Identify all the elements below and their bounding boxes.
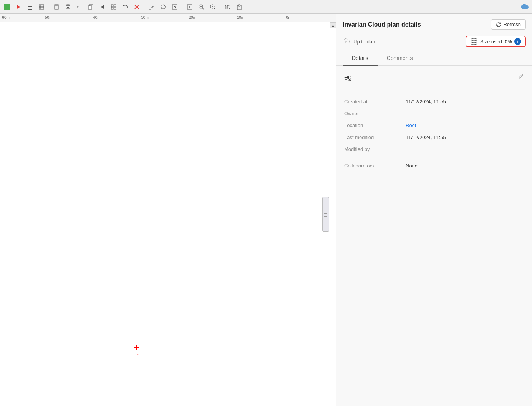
info-icon[interactable]: i: [514, 38, 521, 45]
panel-tabs: Details Comments: [336, 51, 532, 66]
table-icon[interactable]: [36, 2, 47, 12]
svg-point-52: [471, 38, 477, 41]
plan-name: eg: [344, 73, 352, 81]
tab-details[interactable]: Details: [343, 51, 378, 66]
cloud-sync-icon: [343, 38, 350, 45]
svg-rect-23: [114, 5, 116, 7]
svg-rect-3: [7, 7, 10, 10]
value-collaborators: None: [406, 163, 418, 169]
svg-marker-30: [161, 5, 166, 9]
cloud-top-icon[interactable]: [520, 2, 530, 12]
detail-row-created: Created at 11/12/2024, 11:55: [344, 96, 524, 108]
svg-marker-21: [101, 5, 104, 9]
label-location: Location: [344, 123, 398, 128]
svg-line-43: [214, 8, 215, 9]
canvas-area: -60m -50m -40m -30m -20m -10m -0m ▲: [0, 14, 336, 406]
detail-row-owner: Owner: [344, 108, 524, 119]
polygon-icon[interactable]: [158, 2, 169, 12]
svg-rect-49: [239, 5, 240, 6]
svg-rect-18: [67, 5, 69, 6]
ruler-label-20: -20m: [187, 15, 196, 20]
label-owner: Owner: [344, 111, 398, 116]
undo-icon[interactable]: [120, 2, 131, 12]
svg-rect-24: [111, 7, 113, 9]
sync-label: Up to date: [353, 39, 376, 45]
scroll-up-arrow[interactable]: ▲: [330, 22, 336, 28]
ruler-label-30: -30m: [140, 15, 149, 20]
svg-rect-0: [4, 4, 7, 7]
detail-row-last-modified: Last modified 11/12/2024, 11:55: [344, 131, 524, 143]
zoom-fit-icon[interactable]: [184, 2, 195, 12]
size-value: 0%: [505, 39, 512, 45]
svg-rect-9: [39, 5, 44, 9]
separator-2: [83, 3, 83, 11]
svg-rect-25: [114, 7, 116, 9]
plan-name-row: eg: [344, 73, 524, 81]
main-area: -60m -50m -40m -30m -20m -10m -0m ▲: [0, 14, 532, 406]
separator-5: [220, 3, 220, 11]
clipboard-icon[interactable]: [234, 2, 245, 12]
blue-vertical-line: [41, 22, 41, 406]
panel-status-bar: Up to date Size used: 0% i: [336, 33, 532, 51]
ruler-label-40: -40m: [92, 15, 101, 20]
canvas-content: + ↓: [0, 22, 336, 406]
separator-1: [49, 3, 49, 11]
svg-rect-22: [111, 5, 113, 7]
svg-rect-17: [67, 7, 69, 8]
list-icon[interactable]: [25, 2, 35, 12]
print-dropdown[interactable]: ▾: [74, 2, 81, 12]
svg-rect-2: [4, 7, 7, 10]
database-icon: [470, 38, 478, 45]
ruler: -60m -50m -40m -30m -20m -10m -0m: [0, 14, 336, 22]
separator-3: [144, 3, 144, 11]
cursor-plus: + ↓: [134, 342, 139, 356]
scissor-icon[interactable]: [222, 2, 233, 12]
sync-status: Up to date: [343, 38, 376, 45]
copy2-icon[interactable]: [85, 2, 96, 12]
size-used-badge: Size used: 0% i: [466, 36, 526, 47]
delete-icon[interactable]: [131, 2, 142, 12]
size-text: Size used:: [480, 39, 505, 45]
measure-icon[interactable]: [146, 2, 157, 12]
svg-marker-29: [149, 5, 154, 9]
svg-rect-5: [28, 5, 32, 5]
svg-rect-20: [88, 6, 92, 9]
label-modified-by: Modified by: [344, 146, 398, 152]
right-panel: Invarian Cloud plan details Refresh Up t…: [336, 14, 532, 406]
panel-header: Invarian Cloud plan details Refresh: [336, 14, 532, 33]
drag-handle[interactable]: [322, 197, 329, 232]
divider: [344, 89, 524, 89]
value-location: Root: [406, 123, 416, 128]
label-last-modified: Last modified: [344, 134, 398, 140]
panel-content: eg Created at 11/12/2024, 11:55 Owner: [336, 66, 532, 406]
svg-rect-8: [28, 9, 32, 10]
toolbar: ▾: [0, 0, 532, 14]
print-icon[interactable]: [63, 2, 73, 12]
label-collaborators: Collaborators: [344, 163, 398, 169]
svg-point-44: [226, 5, 228, 7]
grid-icon[interactable]: [2, 2, 12, 12]
svg-line-46: [227, 5, 230, 6]
flag-icon[interactable]: [13, 2, 24, 12]
refresh-button[interactable]: Refresh: [491, 19, 526, 30]
ruler-label-10: -10m: [235, 15, 244, 20]
tab-comments[interactable]: Comments: [378, 51, 422, 66]
zoom-out-icon[interactable]: [207, 2, 218, 12]
arrow-left-icon[interactable]: [97, 2, 108, 12]
detail-row-location: Location Root: [344, 119, 524, 131]
label-created-at: Created at: [344, 99, 398, 104]
refresh-icon: [496, 22, 501, 27]
refresh-label: Refresh: [503, 22, 521, 27]
svg-marker-4: [17, 5, 20, 9]
zoom-in-icon[interactable]: [196, 2, 207, 12]
grid2-icon[interactable]: [108, 2, 119, 12]
location-link[interactable]: Root: [406, 123, 416, 128]
svg-rect-6: [28, 6, 32, 7]
svg-line-53: [522, 74, 523, 75]
value-last-modified: 11/12/2024, 11:55: [406, 134, 446, 140]
svg-rect-1: [7, 4, 10, 7]
shrink-icon[interactable]: [169, 2, 180, 12]
edit-icon[interactable]: [518, 74, 524, 81]
size-label: Size used: 0%: [480, 39, 512, 45]
new-doc-icon[interactable]: [51, 2, 62, 12]
